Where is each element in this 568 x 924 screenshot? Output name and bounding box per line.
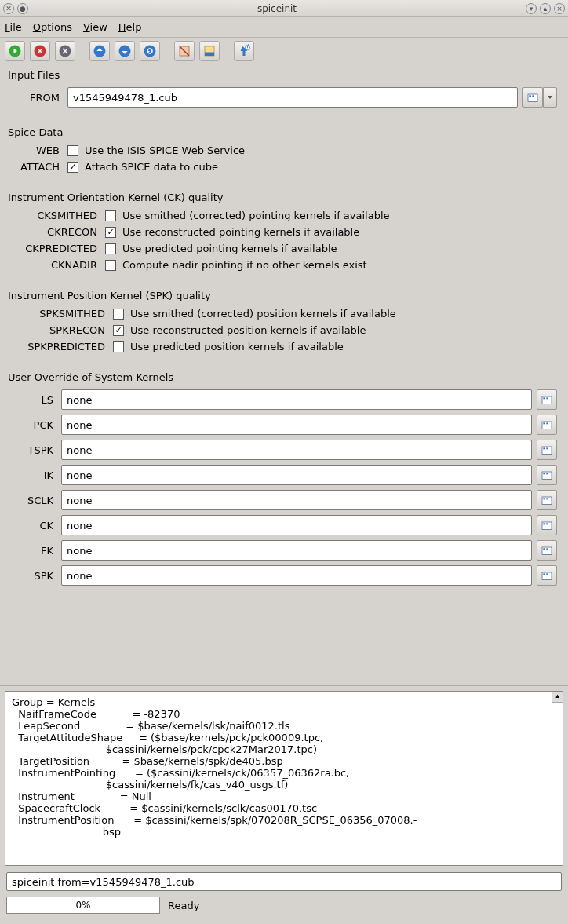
spk-text-1: Use reconstructed position kernels if av…: [130, 324, 366, 336]
log-button[interactable]: [174, 41, 195, 61]
section-spk-quality: Instrument Position Kernel (SPK) quality: [0, 285, 568, 305]
output-log[interactable]: Group = Kernels NaifFrameCode = -82370 L…: [5, 691, 563, 866]
kernel-input-tspk[interactable]: [61, 440, 532, 460]
reload-button[interactable]: [140, 41, 160, 61]
svg-rect-16: [546, 397, 548, 399]
scroll-up-icon[interactable]: ▴: [552, 692, 563, 703]
kernel-label-ck: CK: [11, 520, 61, 531]
ck-checkbox-3[interactable]: [105, 260, 116, 271]
menu-help[interactable]: Help: [118, 21, 142, 33]
ck-label-3: CKNADIR: [11, 259, 105, 271]
menu-options[interactable]: Options: [33, 21, 72, 33]
section-user-override: User Override of System Kernels: [0, 367, 568, 386]
section-input-files: Input Files: [0, 64, 568, 84]
from-label: FROM: [11, 92, 67, 104]
spk-label-2: SPKPREDICTED: [11, 341, 113, 352]
kernel-browse-spk[interactable]: [537, 565, 557, 586]
spk-checkbox-0[interactable]: [113, 309, 124, 320]
spk-text-2: Use predicted position kernels if availa…: [130, 341, 344, 352]
kernel-label-tspk: TSPK: [11, 444, 61, 456]
progress-bar: 0%: [6, 897, 160, 914]
web-text: Use the ISIS SPICE Web Service: [85, 144, 245, 156]
spk-checkbox-2[interactable]: [113, 341, 124, 352]
kernel-input-fk[interactable]: [61, 540, 532, 561]
svg-rect-13: [532, 95, 534, 97]
ck-label-0: CKSMITHED: [11, 210, 105, 221]
svg-rect-18: [543, 422, 545, 424]
output-panel: Group = Kernels NaifFrameCode = -82370 L…: [0, 686, 568, 870]
from-dropdown-button[interactable]: [543, 87, 557, 108]
kernel-label-ik: IK: [11, 469, 61, 481]
ck-label-1: CKRECON: [11, 226, 105, 238]
svg-rect-27: [543, 498, 545, 499]
kernel-input-pck[interactable]: [61, 415, 532, 435]
window-title: spiceinit: [28, 3, 526, 14]
attach-text: Attach SPICE data to cube: [85, 161, 218, 173]
kernel-label-fk: FK: [11, 545, 61, 557]
svg-rect-24: [543, 473, 545, 474]
next-button[interactable]: [115, 41, 135, 61]
ck-text-2: Use predicted pointing kernels if availa…: [122, 243, 337, 254]
maximize-button[interactable]: ▴: [540, 3, 551, 14]
ck-text-0: Use smithed (corrected) pointing kernels…: [122, 210, 390, 221]
ck-text-3: Compute nadir pointing if no other kerne…: [122, 259, 367, 271]
kernel-browse-ls[interactable]: [537, 389, 557, 410]
ck-text-1: Use reconstructed pointing kernels if av…: [122, 226, 359, 238]
spk-checkbox-1[interactable]: [113, 325, 124, 336]
web-checkbox[interactable]: [67, 145, 78, 156]
kernel-browse-sclk[interactable]: [537, 490, 557, 510]
from-browse-button[interactable]: [522, 87, 543, 108]
svg-rect-25: [546, 473, 548, 474]
minimize-button[interactable]: ▾: [526, 3, 537, 14]
ck-label-2: CKPREDICTED: [11, 243, 105, 254]
svg-rect-30: [543, 523, 545, 524]
stop-button[interactable]: [30, 41, 50, 61]
kernel-label-pck: PCK: [11, 419, 61, 431]
kernel-input-ck[interactable]: [61, 515, 532, 535]
svg-rect-33: [543, 548, 545, 550]
from-input[interactable]: [67, 87, 518, 108]
section-spice-data: Spice Data: [0, 122, 568, 141]
svg-rect-8: [205, 52, 214, 56]
menu-view[interactable]: View: [83, 21, 107, 33]
attach-checkbox[interactable]: [67, 162, 78, 173]
spk-label-1: SPKRECON: [11, 324, 113, 336]
window-pin-icon[interactable]: ●: [17, 3, 28, 14]
status-message: Ready: [168, 900, 199, 911]
svg-rect-28: [546, 498, 548, 499]
command-input[interactable]: [6, 872, 562, 891]
menu-file[interactable]: File: [5, 21, 22, 33]
svg-rect-21: [543, 447, 545, 449]
attach-label: ATTACH: [11, 161, 67, 173]
kernel-browse-tspk[interactable]: [537, 440, 557, 460]
kernel-input-sclk[interactable]: [61, 490, 532, 510]
kernel-label-sclk: SCLK: [11, 495, 61, 506]
ck-checkbox-2[interactable]: [105, 243, 116, 254]
close-button[interactable]: ×: [554, 3, 565, 14]
svg-text:?: ?: [246, 44, 249, 51]
window-menu-icon[interactable]: ✕: [3, 3, 14, 14]
run-button[interactable]: [5, 41, 25, 61]
ck-checkbox-0[interactable]: [105, 210, 116, 221]
kernel-label-spk: SPK: [11, 570, 61, 582]
kernel-browse-ik[interactable]: [537, 465, 557, 485]
help-button[interactable]: ?: [234, 41, 254, 61]
kernel-input-spk[interactable]: [61, 565, 532, 586]
kernel-browse-ck[interactable]: [537, 515, 557, 535]
kernel-input-ls[interactable]: [61, 389, 532, 410]
svg-rect-36: [543, 573, 545, 575]
save-button[interactable]: [199, 41, 220, 61]
prev-button[interactable]: [89, 41, 110, 61]
kernel-browse-pck[interactable]: [537, 415, 557, 435]
menubar: File Options View Help: [0, 17, 568, 38]
spk-label-0: SPKSMITHED: [11, 308, 113, 320]
status-bar: 0% Ready: [0, 893, 568, 917]
svg-rect-34: [546, 548, 548, 550]
spk-text-0: Use smithed (corrected) position kernels…: [130, 308, 396, 320]
ck-checkbox-1[interactable]: [105, 227, 116, 238]
kernel-browse-fk[interactable]: [537, 540, 557, 561]
toolbar: ?: [0, 38, 568, 64]
svg-rect-37: [546, 573, 548, 575]
kernel-input-ik[interactable]: [61, 465, 532, 485]
cancel-button[interactable]: [55, 41, 75, 61]
